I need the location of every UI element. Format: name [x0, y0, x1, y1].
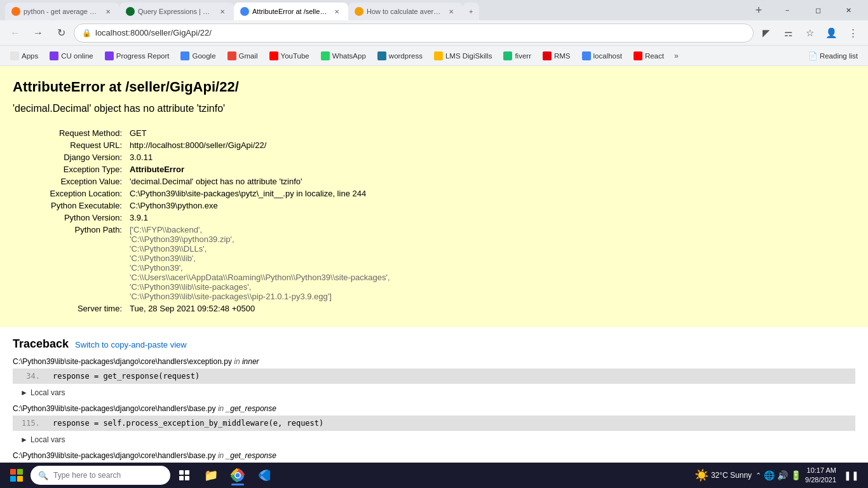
bookmark-item-cu-online[interactable]: CU online	[44, 50, 98, 62]
label-python-path: Python Path:	[13, 224, 127, 302]
chevron-right-icon: ►	[20, 435, 28, 444]
value-exception-value: 'decimal.Decimal' object has no attribut…	[127, 175, 855, 187]
taskbar-app-chrome[interactable]	[225, 464, 250, 487]
time-display: 10:17 AM	[805, 466, 836, 475]
taskbar-app-explorer[interactable]: 📁	[198, 464, 224, 487]
svg-rect-3	[185, 476, 189, 480]
bookmark-label: Apps	[22, 52, 38, 60]
label-exception-type: Exception Type:	[13, 163, 127, 175]
extensions-button[interactable]: ⚎	[778, 23, 798, 43]
bookmark-item-react[interactable]: React	[628, 50, 669, 62]
frame-in: in	[234, 357, 240, 366]
bookmark-item-lms-digiskills[interactable]: LMS DigiSkills	[429, 50, 498, 62]
value-python-executable: C:\Python39\python.exe	[127, 200, 855, 212]
switch-view-link[interactable]: Switch to copy-and-paste view	[75, 340, 187, 349]
browser-tab-tab2[interactable]: Query Expressions | Django docu...✕	[119, 3, 234, 20]
browser-tab-tab5[interactable]: +	[463, 3, 479, 20]
tab-title: AttributeError at /seller/GigApi/2...	[252, 8, 327, 15]
bookmark-item-youtube[interactable]: YouTube	[264, 50, 315, 62]
bookmark-favicon	[50, 51, 58, 60]
taskbar-search-input[interactable]	[53, 471, 163, 480]
table-row: Server time: Tue, 28 Sep 2021 09:52:48 +…	[13, 302, 855, 315]
bookmark-item-localhost[interactable]: localhost	[577, 50, 627, 62]
weather-icon: ☀️	[695, 468, 709, 482]
frame-in: in	[218, 404, 224, 413]
local-vars-label: Local vars	[31, 435, 65, 444]
page-content: AttributeError at /seller/GigApi/22/ 'de…	[0, 66, 868, 463]
bookmark-favicon	[10, 51, 19, 60]
chevron-right-icon: ►	[20, 388, 28, 397]
bookmark-label: wordpress	[389, 52, 423, 60]
bookmark-item-progress-report[interactable]: Progress Report	[100, 50, 175, 62]
back-button[interactable]: ←	[5, 23, 25, 43]
bookmark-item-rms[interactable]: RMS	[538, 50, 576, 62]
close-button[interactable]: ✕	[834, 0, 863, 20]
taskbar-app-vscode[interactable]	[252, 464, 277, 487]
bookmark-favicon	[105, 51, 114, 60]
error-section: AttributeError at /seller/GigApi/22/ 'de…	[0, 66, 868, 327]
notification-button[interactable]: ❚❚	[840, 464, 863, 487]
table-row: Python Path: ['C:\\FYP\\backend','C:\\Py…	[13, 224, 855, 302]
python-path-line: 'C:\\Python39\\DLLs',	[130, 244, 853, 254]
clock-widget[interactable]: 10:17 AM 9/28/2021	[805, 466, 836, 485]
tab-favicon	[355, 7, 363, 16]
traceback-title: Traceback	[13, 337, 69, 351]
error-title: AttributeError at /seller/GigApi/22/	[13, 79, 855, 95]
bookmark-item-wordpress[interactable]: wordpress	[372, 50, 428, 62]
battery-icon[interactable]: 🔋	[790, 470, 801, 480]
tab-close-button[interactable]: ✕	[103, 6, 113, 17]
frame-file-path: C:\Python39\lib\site-packages\django\cor…	[13, 451, 855, 460]
weather-widget[interactable]: ☀️ 32°C Sunny	[695, 468, 752, 482]
bookmark-label: fiverr	[515, 52, 531, 60]
maximize-button[interactable]: ◻	[803, 0, 832, 20]
bookmark-button[interactable]: ☆	[799, 23, 820, 43]
table-row: Python Version: 3.9.1	[13, 212, 855, 224]
bookmark-item-gmail[interactable]: Gmail	[222, 50, 263, 62]
address-bar[interactable]: 🔒 localhost:8000/seller/GigApi/22/	[74, 24, 754, 43]
frame-function: inner	[242, 357, 259, 366]
start-button[interactable]	[5, 464, 28, 487]
tab-close-button[interactable]: ✕	[217, 6, 227, 17]
reading-list-button[interactable]: 📄 Reading list	[803, 50, 863, 62]
caret-icon[interactable]: ⌃	[756, 471, 761, 480]
forward-button[interactable]: →	[28, 23, 48, 43]
refresh-button[interactable]: ↻	[51, 23, 71, 43]
bookmark-favicon	[321, 51, 330, 60]
bookmark-label: RMS	[554, 52, 571, 60]
browser-tab-tab4[interactable]: How to calculate average of diffe...✕	[348, 3, 463, 20]
bookmark-item-fiverr[interactable]: fiverr	[498, 50, 536, 62]
bookmark-item-whatsapp[interactable]: WhatsApp	[316, 50, 371, 62]
local-vars-toggle[interactable]: ► Local vars	[13, 433, 855, 446]
line-number: 34.	[21, 372, 40, 381]
more-bookmarks-button[interactable]: »	[670, 50, 682, 62]
table-row: Django Version: 3.0.11	[13, 151, 855, 163]
tab-close-button[interactable]: ✕	[332, 6, 342, 17]
tab-favicon	[240, 7, 249, 16]
value-python-version: 3.9.1	[127, 212, 855, 224]
taskbar-search-bar[interactable]: 🔍	[31, 466, 170, 485]
tab-close-button[interactable]: ✕	[446, 6, 456, 17]
value-server-time: Tue, 28 Sep 2021 09:52:48 +0500	[127, 302, 855, 315]
network-icon[interactable]: 🌐	[764, 470, 775, 480]
navbar: ← → ↻ 🔒 localhost:8000/seller/GigApi/22/…	[0, 20, 868, 46]
table-row: Exception Location: C:\Python39\lib\site…	[13, 187, 855, 200]
minimize-button[interactable]: −	[773, 0, 802, 20]
bookmark-label: Progress Report	[116, 52, 170, 60]
volume-icon[interactable]: 🔊	[777, 470, 788, 480]
reading-list-label: Reading list	[820, 52, 858, 60]
menu-button[interactable]: ⋮	[843, 23, 863, 43]
label-python-executable: Python Executable:	[13, 200, 127, 212]
new-tab-button[interactable]: +	[750, 1, 768, 19]
frame-file-path: C:\Python39\lib\site-packages\django\cor…	[13, 357, 855, 366]
label-exception-location: Exception Location:	[13, 187, 127, 200]
browser-tab-tab3[interactable]: AttributeError at /seller/GigApi/2...✕	[234, 3, 348, 20]
bookmark-item-apps[interactable]: Apps	[5, 50, 43, 62]
browser-tab-tab1[interactable]: python - get average of differen...✕	[5, 3, 119, 20]
tab-search-button[interactable]: ◤	[756, 23, 776, 43]
tab-title: Query Expressions | Django docu...	[138, 8, 213, 15]
task-view-button[interactable]	[173, 464, 196, 487]
profile-icon[interactable]: 👤	[821, 23, 841, 43]
bookmark-item-google[interactable]: Google	[175, 50, 220, 62]
local-vars-toggle[interactable]: ► Local vars	[13, 386, 855, 399]
value-python-path: ['C:\\FYP\\backend','C:\\Python39\\pytho…	[127, 224, 855, 302]
